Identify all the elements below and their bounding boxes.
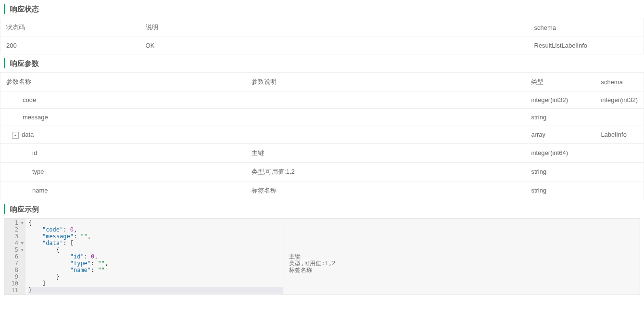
cell-param-type: string: [525, 162, 595, 181]
col-status-code: 状态码: [0, 18, 140, 37]
table-row: 200 OK ResultListLabelInfo: [0, 37, 644, 54]
cell-param-type: string: [525, 109, 595, 126]
col-param-schema: schema: [595, 73, 644, 91]
table-header-row: 参数名称 参数说明 类型 schema: [0, 73, 644, 91]
cell-param-name: id: [0, 143, 246, 162]
code-gutter: 1▼ 2 3 4▼ 5▼ 6 7 8 9 10 11: [4, 219, 25, 295]
param-data-label: data: [22, 131, 34, 138]
col-param-type: 类型: [525, 73, 595, 91]
cell-status-schema: ResultListLabelInfo: [529, 37, 644, 54]
fold-arrow-icon[interactable]: ▼: [19, 246, 24, 253]
cell-param-schema: [595, 162, 644, 181]
code-text-area[interactable]: { "code": 0, "message": "", "data": [ { …: [25, 219, 286, 295]
table-header-row: 状态码 说明 schema: [0, 18, 644, 37]
col-param-desc: 参数说明: [246, 73, 526, 91]
fold-arrow-icon[interactable]: ▼: [19, 219, 24, 226]
cell-param-name: -data: [0, 126, 246, 144]
col-param-name: 参数名称: [0, 73, 246, 91]
cell-param-schema: [595, 143, 644, 162]
fold-arrow-icon[interactable]: ▼: [19, 240, 24, 246]
table-row: id 主键 integer(int64): [0, 143, 644, 162]
code-example-block: 1▼ 2 3 4▼ 5▼ 6 7 8 9 10 11 { "code": 0, …: [4, 218, 640, 295]
params-table: 参数名称 参数说明 类型 schema code integer(int32) …: [0, 72, 644, 200]
cell-param-desc: 类型,可用值:1,2: [246, 162, 526, 181]
table-row: -data array LabelInfo: [0, 126, 644, 144]
cell-param-type: integer(int64): [525, 143, 595, 162]
cell-param-desc: 主键: [246, 143, 526, 162]
status-table: 状态码 说明 schema 200 OK ResultListLabelInfo: [0, 18, 644, 54]
cell-param-name: type: [0, 162, 246, 181]
cell-param-schema: [595, 109, 644, 126]
cell-status-desc: OK: [140, 37, 529, 54]
section-title-status: 响应状态: [4, 4, 644, 14]
cell-param-desc: [246, 109, 526, 126]
code-comment-area: 主键 类型,可用值:1,2 标签名称: [286, 219, 640, 295]
cell-param-type: string: [525, 181, 595, 200]
table-row: type 类型,可用值:1,2 string: [0, 162, 644, 181]
cell-param-schema: [595, 181, 644, 200]
cell-param-desc: [246, 91, 526, 109]
cell-param-type: integer(int32): [525, 91, 595, 109]
cell-param-type: array: [525, 126, 595, 144]
table-row: name 标签名称 string: [0, 181, 644, 200]
cell-param-desc: 标签名称: [246, 181, 526, 200]
col-status-schema: schema: [529, 18, 644, 37]
collapse-toggle-button[interactable]: -: [12, 132, 19, 139]
cell-param-name: code: [0, 91, 246, 109]
cell-param-desc: [246, 126, 526, 144]
cell-status-code: 200: [0, 37, 140, 54]
code-comment-line: 标签名称: [289, 267, 637, 273]
cell-param-schema: LabelInfo: [595, 126, 644, 144]
col-status-desc: 说明: [140, 18, 529, 37]
code-comment-line: 类型,可用值:1,2: [289, 260, 637, 267]
cell-param-name: message: [0, 109, 246, 126]
table-row: code integer(int32) integer(int32): [0, 91, 644, 109]
section-title-params: 响应参数: [4, 58, 644, 68]
table-row: message string: [0, 109, 644, 126]
cell-param-name: name: [0, 181, 246, 200]
cell-param-schema: integer(int32): [595, 91, 644, 109]
section-title-example: 响应示例: [4, 204, 644, 214]
code-comment-line: 主键: [289, 253, 637, 260]
